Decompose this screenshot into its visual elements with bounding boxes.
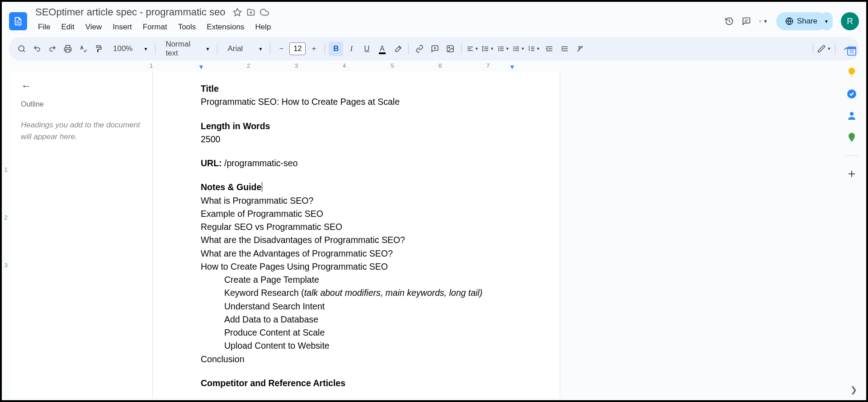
svg-point-2 (19, 46, 24, 51)
menu-extensions[interactable]: Extensions (202, 21, 249, 33)
line-spacing-dropdown[interactable]: ▼ (481, 42, 495, 56)
underline-button[interactable]: U (359, 42, 374, 56)
doc-text: Length in Words (201, 120, 512, 133)
share-dropdown[interactable]: ▼ (820, 12, 833, 30)
align-dropdown[interactable]: ▼ (465, 42, 480, 56)
menu-tools[interactable]: Tools (174, 21, 201, 33)
svg-text:3: 3 (528, 49, 530, 51)
page-area[interactable]: Title Programmatic SEO: How to Create Pa… (153, 71, 866, 397)
doc-text: Understand Search Intent (201, 300, 512, 313)
add-comment-icon[interactable] (428, 42, 442, 56)
outline-hint: Headings you add to the document will ap… (21, 119, 142, 142)
keep-app-icon[interactable] (846, 67, 857, 78)
document-page[interactable]: Title Programmatic SEO: How to Create Pa… (153, 71, 560, 397)
svg-text:31: 31 (849, 49, 854, 54)
cloud-status-icon[interactable] (260, 8, 269, 17)
doc-text: Create a Page Template (201, 273, 512, 286)
svg-point-15 (850, 112, 854, 116)
move-icon[interactable] (246, 8, 255, 17)
doc-text: Notes & Guide (201, 181, 512, 194)
decrease-indent-icon[interactable] (542, 42, 557, 56)
doc-text: URL: /programmatic-seo (201, 157, 512, 170)
menu-insert[interactable]: Insert (108, 21, 137, 33)
doc-text: What is Programmatic SEO? (201, 194, 512, 207)
doc-text: Conclusion (201, 353, 512, 366)
maps-app-icon[interactable] (846, 132, 857, 143)
share-button[interactable]: Share (776, 12, 826, 30)
paragraph-style-dropdown[interactable]: Normal text▼ (159, 40, 213, 58)
doc-text: Add Data to a Database (201, 313, 512, 326)
editing-mode-dropdown[interactable]: ▼ (817, 42, 831, 56)
doc-text: Example of Programmatic SEO (201, 207, 512, 220)
get-addons-icon[interactable] (846, 168, 857, 179)
paint-format-icon[interactable] (91, 42, 106, 56)
highlight-button[interactable] (390, 42, 405, 56)
doc-text: Regular SEO vs Programmatic SEO (201, 220, 512, 234)
font-size-input[interactable] (289, 42, 306, 55)
doc-text: What are the Advantages of Programmatic … (201, 247, 512, 260)
bold-button[interactable]: B (329, 42, 343, 56)
svg-point-4 (449, 47, 450, 48)
outline-back-icon[interactable]: ← (21, 79, 32, 92)
doc-text: Competitor and Reference Articles (201, 377, 512, 390)
side-panel: 31 (839, 42, 864, 179)
search-menus-icon[interactable] (14, 42, 29, 56)
increase-font-icon[interactable]: + (307, 42, 321, 56)
doc-text: What are the Disadvantages of Programmat… (201, 234, 512, 247)
font-dropdown[interactable]: Arial▼ (221, 44, 266, 53)
increase-indent-icon[interactable] (557, 42, 572, 56)
menu-view[interactable]: View (81, 21, 107, 33)
undo-icon[interactable] (30, 42, 44, 56)
italic-button[interactable]: I (344, 42, 359, 56)
bullet-list-dropdown[interactable]: ▼ (511, 42, 526, 56)
svg-point-6 (514, 48, 514, 49)
doc-text: How to Create Pages Using Programmatic S… (201, 260, 512, 273)
zoom-dropdown[interactable]: 100%▼ (107, 44, 151, 53)
star-icon[interactable] (233, 8, 242, 17)
checklist-dropdown[interactable]: ▼ (496, 42, 510, 56)
decrease-font-icon[interactable]: − (274, 42, 288, 56)
menu-edit[interactable]: Edit (57, 21, 79, 33)
vertical-ruler[interactable]: 1 2 3 (2, 71, 10, 397)
doc-text: Title (201, 82, 512, 95)
svg-point-16 (851, 135, 853, 137)
docs-logo-icon[interactable] (9, 12, 27, 30)
svg-rect-0 (759, 21, 760, 22)
header-bar: SEOptimer article spec - programmatic se… (2, 2, 866, 37)
doc-text: Keyword Research (talk about modifiers, … (201, 286, 512, 299)
contacts-app-icon[interactable] (846, 110, 857, 121)
doc-text: 2500 (201, 133, 512, 146)
numbered-list-dropdown[interactable]: 123▼ (527, 42, 541, 56)
insert-link-icon[interactable] (412, 42, 427, 56)
doc-text: Programmatic SEO: How to Create Pages at… (201, 95, 512, 108)
spellcheck-icon[interactable] (76, 42, 90, 56)
menu-help[interactable]: Help (250, 21, 275, 33)
svg-point-7 (514, 50, 514, 51)
svg-point-5 (514, 47, 514, 47)
menu-format[interactable]: Format (138, 21, 172, 33)
redo-icon[interactable] (45, 42, 60, 56)
hide-sidepanel-icon[interactable]: ❯ (850, 385, 857, 395)
toolbar: 100%▼ Normal text▼ Arial▼ − + B I U A ▼ … (9, 37, 859, 61)
clear-formatting-icon[interactable] (573, 42, 587, 56)
outline-panel: ← Outline Headings you add to the docume… (10, 71, 153, 397)
menu-file[interactable]: File (33, 21, 55, 33)
document-title[interactable]: SEOptimer article spec - programmatic se… (33, 5, 228, 19)
tasks-app-icon[interactable] (846, 89, 857, 99)
print-icon[interactable] (61, 42, 75, 56)
horizontal-ruler[interactable]: 1 ▼ 2 3 4 5 6 7 ▼ (152, 62, 866, 71)
history-icon[interactable] (725, 17, 734, 26)
doc-text: Upload Content to Website (201, 339, 512, 352)
outline-title: Outline (21, 100, 142, 108)
avatar[interactable]: R (841, 12, 859, 30)
text-color-button[interactable]: A (375, 42, 389, 56)
insert-image-icon[interactable] (443, 42, 458, 56)
calendar-app-icon[interactable]: 31 (846, 45, 857, 56)
meet-icon[interactable]: ▼ (759, 17, 768, 26)
comments-icon[interactable] (742, 17, 751, 26)
doc-text: Produce Content at Scale (201, 326, 512, 339)
share-label: Share (797, 17, 817, 26)
